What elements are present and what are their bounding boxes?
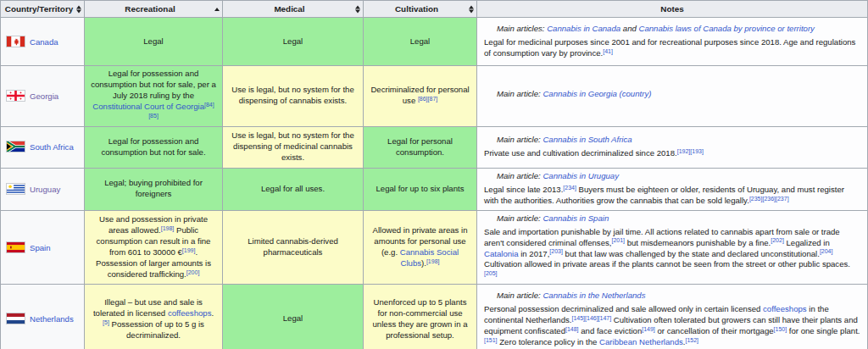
column-header-medical[interactable]: Medical [223,1,364,18]
column-header-notes: Notes [477,1,868,18]
recreational-status-cell: Legal for possession and consumption but… [85,126,223,168]
wiki-link[interactable]: coffeeshops [763,304,807,313]
reference-link[interactable]: [150] [774,326,787,332]
recreational-status-cell: Legal; buying prohibited for foreigners [85,168,223,210]
wiki-link[interactable]: Caribbean Netherlands [599,337,683,346]
reference-link[interactable]: [201] [611,237,625,243]
medical-status-cell: Use is legal, but no system for the disp… [223,126,364,168]
legality-of-cannabis-page: Country/TerritoryRecreationalMedicalCult… [0,0,868,349]
country-link-georgia[interactable]: Georgia [30,91,58,101]
country-link-spain[interactable]: Spain [30,243,51,252]
reference-link[interactable]: [198] [161,225,175,231]
notes-cell: Main article: Cannabis in the Netherland… [477,285,868,349]
main-article-link[interactable]: Cannabis in Canada [547,24,620,33]
sort-both-icon [76,5,81,13]
reference-link[interactable]: [234] [563,185,576,191]
wiki-link[interactable]: coffeeshops [168,308,212,318]
recreational-status-cell: Legal [85,18,223,66]
georgia-flag-icon [6,90,25,102]
medical-status-cell: Legal for all uses. [223,168,364,210]
cultivation-status-cell: Unenforced up to 5 plants for non-commer… [364,285,477,349]
wiki-link[interactable]: Cannabis Social Clubs [400,247,459,268]
cultivation-status-cell: Decriminalized for personal use [86][87] [364,66,477,127]
wiki-link[interactable]: Constitutional Court of Georgia [92,102,204,111]
main-article-link[interactable]: Cannabis in Uruguay [542,171,619,180]
reference-link[interactable]: [205] [484,270,498,276]
column-header-cultivation[interactable]: Cultivation [364,1,477,18]
header-row: Country/TerritoryRecreationalMedicalCult… [1,1,868,18]
cultivation-status-cell: Legal for up to six plants [364,168,477,210]
cultivation-status-cell: Legal [364,18,477,66]
reference-link[interactable]: [86][87] [418,96,437,102]
main-article-link[interactable]: Cannabis laws of Canada by province or t… [638,24,814,33]
sort-both-icon [469,5,474,13]
reference-link[interactable]: [5] [103,319,109,325]
reference-link[interactable]: [149] [642,326,655,332]
table-row-spain: SpainUse and possession in private areas… [1,210,868,285]
sort-both-icon [355,5,360,13]
reference-link[interactable]: [199] [182,247,196,253]
recreational-status-cell: Use and possession in private areas allo… [85,210,223,285]
table-row-netherlands: NetherlandsIllegal – but use and sale is… [1,285,868,349]
reference-link[interactable]: [200] [186,269,200,275]
hatnote: Main articles: Cannabis in Canada and Ca… [484,24,860,35]
recreational-status-cell: Illegal – but use and sale is tolerated … [85,285,223,349]
column-header-label: Medical [274,4,304,14]
main-article-link[interactable]: Cannabis in South Africa [542,135,632,144]
reference-link[interactable]: [204] [820,248,833,254]
reference-link[interactable]: [203] [549,248,563,254]
note-body: Legal since late 2013.[234] Buyers must … [484,185,860,207]
column-header-label: Notes [660,4,683,14]
main-article-link[interactable]: Cannabis in the Netherlands [542,291,645,300]
column-header-recreational[interactable]: Recreational [85,1,223,18]
reference-link[interactable]: [41] [603,48,613,54]
canada-flag-icon [6,36,25,47]
reference-link[interactable]: [198] [426,258,440,264]
hatnote: Main article: Cannabis in Spain [484,213,860,224]
note-body: Sale and importation punishable by jail … [484,227,860,282]
country-cell: Netherlands [1,285,85,349]
country-cell: Spain [1,210,85,285]
table-header: Country/TerritoryRecreationalMedicalCult… [1,1,868,18]
south-africa-flag-icon [6,141,25,152]
main-article-link[interactable]: Cannabis in Georgia (country) [542,89,651,98]
sort-ascending-icon [214,8,220,11]
reference-link[interactable]: [145][146][147] [571,315,611,321]
country-cell: Georgia [1,66,85,127]
notes-cell: Main article: Cannabis in Georgia (count… [477,66,868,127]
country-cell: South Africa [1,126,85,168]
wiki-link[interactable]: Catalonia [484,249,519,258]
notes-cell: Main article: Cannabis in UruguayLegal s… [477,168,868,210]
uruguay-flag-icon [6,183,25,195]
note-body: Private use and cultivation decriminaliz… [484,148,860,159]
reference-link[interactable]: [235][236][237] [749,196,789,202]
reference-link[interactable]: [148] [565,326,579,332]
notes-cell: Main article: Cannabis in South AfricaPr… [477,126,868,168]
country-link-south-africa[interactable]: South Africa [30,142,74,152]
recreational-status-cell: Legal for possession and consumption but… [85,66,223,127]
country-link-uruguay[interactable]: Uruguay [30,185,60,194]
hatnote: Main article: Cannabis in Uruguay [484,171,860,182]
column-header-label: Recreational [125,4,175,14]
reference-link[interactable]: [151] [484,337,498,343]
column-header-country-territory[interactable]: Country/Territory [1,1,85,18]
medical-status-cell: Use is legal, but no system for the disp… [223,66,364,127]
cultivation-status-cell: Allowed in private areas in amounts for … [364,210,477,285]
note-body: Legal for medicinal purposes since 2001 … [484,37,860,59]
column-header-label: Country/Territory [5,4,73,14]
country-cell: Canada [1,18,85,66]
note-body: Personal possession decriminalized and s… [484,304,860,348]
country-cell: Uruguay [1,168,85,210]
notes-cell: Main article: Cannabis in SpainSale and … [477,210,868,285]
table-row-south-africa: South AfricaLegal for possession and con… [1,126,868,168]
main-article-link[interactable]: Cannabis in Spain [542,213,609,223]
reference-link[interactable]: [202] [771,237,784,243]
reference-link[interactable]: [192][193] [677,148,704,154]
reference-link[interactable]: [152] [685,337,698,343]
cultivation-status-cell: Legal for personal consumption. [364,126,477,168]
cannabis-legality-table: Country/TerritoryRecreationalMedicalCult… [0,0,868,349]
table-row-canada: CanadaLegalLegalLegalMain articles: Cann… [1,18,868,66]
country-link-canada[interactable]: Canada [30,37,58,47]
table-body: CanadaLegalLegalLegalMain articles: Cann… [1,18,868,349]
country-link-netherlands[interactable]: Netherlands [30,314,74,324]
